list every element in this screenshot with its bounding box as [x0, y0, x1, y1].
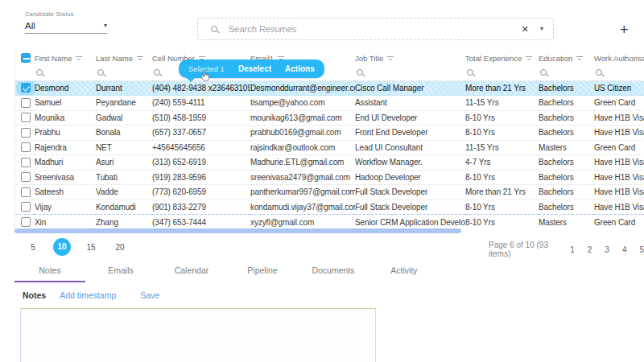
- search-icon: [97, 69, 104, 76]
- table-row[interactable]: DesmondDurrant(404) 482-9438 x236463109D…: [15, 80, 644, 96]
- table-row[interactable]: RajendraNET+45645645656rajsindkar@outloo…: [15, 140, 644, 155]
- filter-cell-work_authorization[interactable]: [594, 65, 644, 80]
- cell-first_name: Madhuri: [35, 155, 96, 171]
- filter-cell-education[interactable]: [539, 65, 594, 80]
- tab-notes[interactable]: Notes: [14, 261, 85, 282]
- table-row[interactable]: SreenivasaTubati(919) 283-9596sreenivasa…: [15, 170, 644, 185]
- notes-textarea[interactable]: [20, 308, 376, 362]
- page-number-3[interactable]: 3: [605, 245, 609, 254]
- horizontal-scrollbar[interactable]: [14, 228, 461, 233]
- cell-education: Bachelors: [539, 185, 594, 200]
- page-number-4[interactable]: 4: [622, 245, 627, 254]
- tab-pipeline[interactable]: Pipeline: [227, 261, 298, 282]
- search-input[interactable]: Search Resumes: [229, 24, 522, 34]
- sort-filter-icon[interactable]: [576, 56, 583, 60]
- search-options-chevron-icon[interactable]: ▾: [540, 26, 543, 32]
- cell-cell_number: (240) 559-4111: [152, 96, 250, 111]
- page-size-option-20[interactable]: 20: [111, 243, 129, 252]
- clear-search-icon[interactable]: ✕: [522, 24, 529, 35]
- select-all-checkbox[interactable]: [21, 53, 31, 63]
- column-header-job_title[interactable]: Job Title: [355, 50, 465, 65]
- cell-job_title: Lead UI Consultant: [355, 140, 465, 155]
- cell-job_title: Senior CRM Application Developer: [355, 215, 465, 230]
- filter-cell-last_name[interactable]: [96, 65, 152, 80]
- table-row[interactable]: PrabhuBonala(657) 337-0657prabhub0169@gm…: [15, 125, 644, 141]
- cell-total_experience: More than 21 Yrs: [465, 185, 539, 200]
- row-checkbox[interactable]: [21, 113, 31, 122]
- tab-activity[interactable]: Activity: [369, 261, 440, 282]
- page-number-5[interactable]: 5: [639, 245, 644, 254]
- search-icon: [467, 69, 473, 76]
- cell-total_experience: More than 21 Yrs: [465, 80, 539, 96]
- column-header-total_experience[interactable]: Total Experience: [465, 50, 539, 65]
- cell-education: Bachelors: [539, 125, 594, 141]
- cell-total_experience: 11-15 Yrs: [465, 96, 539, 111]
- tab-emails[interactable]: Emails: [85, 261, 156, 282]
- column-header-work_authorization[interactable]: Work Authorisation: [594, 50, 644, 65]
- cell-email: pantherkumar997@gmail.com: [250, 185, 355, 200]
- column-header-label: Work Authorisation: [594, 53, 644, 62]
- table-row[interactable]: MounikaGadwal(510) 458-1959mounikag613@g…: [15, 110, 644, 125]
- actions-button[interactable]: Actions: [285, 64, 315, 73]
- cell-first_name: Prabhu: [35, 125, 96, 141]
- cell-first_name: Desmond: [35, 80, 96, 96]
- page-size-option-10[interactable]: 10: [53, 238, 71, 256]
- cell-first_name: Xin: [35, 215, 96, 230]
- sort-filter-icon[interactable]: [137, 56, 143, 60]
- add-candidate-button[interactable]: +: [620, 23, 629, 37]
- row-checkbox-cell: [15, 140, 35, 155]
- tab-calendar[interactable]: Calendar: [156, 261, 227, 282]
- cell-cell_number: (313) 652-6919: [152, 155, 250, 171]
- search-resumes-box[interactable]: Search Resumes ✕ ▾: [197, 18, 554, 40]
- column-header-label: Last Name: [96, 53, 133, 62]
- cell-total_experience: 8-10 Yrs: [465, 200, 539, 215]
- table-row[interactable]: VijayKondamudi(901) 833-2279kondamudi.vi…: [15, 200, 644, 215]
- cell-last_name: Bonala: [96, 125, 152, 141]
- column-header-label: Total Experience: [465, 53, 522, 62]
- page-size-option-5[interactable]: 5: [24, 243, 42, 252]
- column-header-last_name[interactable]: Last Name: [96, 50, 152, 65]
- filter-cell-job_title[interactable]: [355, 65, 465, 80]
- candidate-status-select[interactable]: All ▾: [25, 21, 107, 34]
- row-checkbox[interactable]: [21, 202, 31, 212]
- cell-work_authorization: Green Card: [594, 215, 644, 230]
- filter-cell-first_name[interactable]: [35, 65, 96, 80]
- page-numbers: 12345: [570, 245, 644, 254]
- column-header-first_name[interactable]: First Name: [35, 50, 96, 65]
- page-size-option-15[interactable]: 15: [82, 243, 100, 252]
- cell-email: kondamudi.vijay37@gmail.com: [250, 200, 355, 215]
- add-timestamp-button[interactable]: Add timestamp: [60, 290, 116, 300]
- sort-filter-icon[interactable]: [76, 56, 82, 60]
- page-number-1[interactable]: 1: [570, 245, 575, 254]
- table-row[interactable]: MadhuriAsuri(313) 652-6919Madhurie.ETL@g…: [15, 155, 644, 171]
- page-size-selector: 5101520: [24, 237, 129, 257]
- candidates-table: First NameLast NameCell NumberEmail1Job …: [14, 50, 644, 229]
- row-checkbox[interactable]: [21, 172, 31, 182]
- cell-first_name: Vijay: [35, 200, 96, 215]
- sort-filter-icon[interactable]: [526, 56, 532, 60]
- cell-email: tisampe@yahoo.com: [250, 96, 355, 111]
- save-note-button[interactable]: Save: [140, 290, 159, 300]
- sort-filter-icon[interactable]: [387, 56, 394, 60]
- row-checkbox[interactable]: [21, 187, 31, 197]
- row-checkbox[interactable]: [21, 83, 31, 93]
- table-row[interactable]: SateeshVadde(773) 620-6959pantherkumar99…: [15, 185, 644, 200]
- cell-cell_number: (404) 482-9438 x236463109: [152, 80, 250, 96]
- cell-cell_number: (510) 458-1959: [152, 110, 250, 125]
- deselect-button[interactable]: Deselect: [238, 64, 271, 73]
- filter-cell-total_experience[interactable]: [465, 65, 539, 80]
- table-row[interactable]: XinZhang(347) 653-7444xyzyfl@gmail.comSe…: [15, 215, 644, 230]
- cell-education: Bachelors: [539, 200, 594, 215]
- column-header-education[interactable]: Education: [539, 50, 594, 65]
- row-checkbox[interactable]: [21, 217, 31, 227]
- tab-documents[interactable]: Documents: [298, 261, 369, 282]
- cell-job_title: Cisco Call Manager: [355, 80, 465, 96]
- row-checkbox[interactable]: [21, 158, 31, 167]
- row-checkbox[interactable]: [21, 142, 31, 152]
- row-checkbox[interactable]: [21, 98, 31, 108]
- cell-cell_number: (657) 337-0657: [152, 125, 250, 141]
- page-number-2[interactable]: 2: [588, 245, 592, 254]
- row-checkbox[interactable]: [21, 128, 31, 138]
- table-row[interactable]: SamuelPeyandane(240) 559-4111tisampe@yah…: [15, 96, 644, 111]
- cell-job_title: Assistant: [355, 96, 465, 111]
